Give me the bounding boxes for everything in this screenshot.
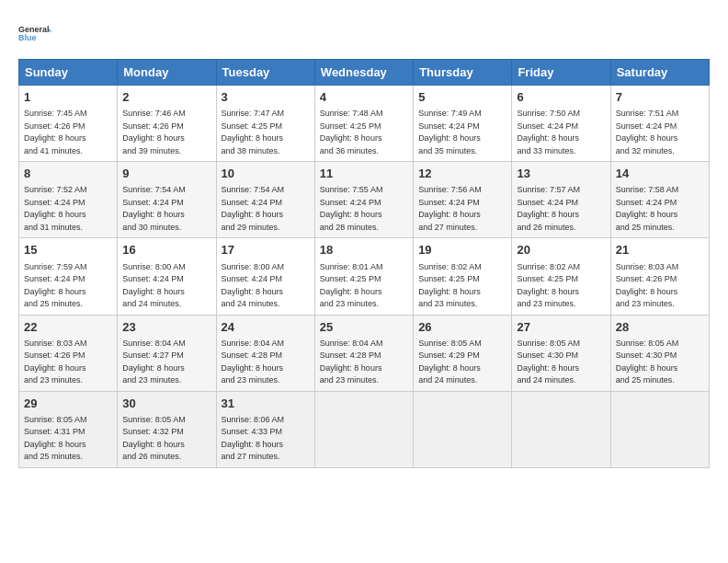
day-info: Sunrise: 7:54 AM Sunset: 4:24 PM Dayligh… [122, 184, 210, 234]
day-number: 8 [24, 166, 112, 182]
day-number: 4 [320, 89, 408, 106]
day-info: Sunrise: 7:56 AM Sunset: 4:24 PM Dayligh… [418, 184, 506, 234]
calendar-cell: 8Sunrise: 7:52 AM Sunset: 4:24 PM Daylig… [19, 162, 118, 238]
day-info: Sunrise: 7:45 AM Sunset: 4:26 PM Dayligh… [24, 108, 112, 157]
day-number: 2 [122, 89, 210, 106]
day-number: 15 [24, 242, 112, 259]
col-header-saturday: Saturday [610, 60, 709, 86]
day-number: 23 [122, 319, 210, 336]
day-number: 31 [222, 396, 310, 412]
week-row-5: 29Sunrise: 8:05 AM Sunset: 4:31 PM Dayli… [19, 391, 710, 467]
day-info: Sunrise: 7:48 AM Sunset: 4:25 PM Dayligh… [320, 108, 408, 157]
header: General Blue [18, 17, 710, 50]
day-number: 30 [122, 396, 210, 412]
week-row-2: 8Sunrise: 7:52 AM Sunset: 4:24 PM Daylig… [19, 162, 710, 238]
day-number: 27 [517, 319, 605, 336]
day-number: 16 [122, 242, 210, 259]
day-number: 22 [24, 319, 112, 336]
calendar-cell: 13Sunrise: 7:57 AM Sunset: 4:24 PM Dayli… [512, 162, 610, 238]
calendar-cell: 26Sunrise: 8:05 AM Sunset: 4:29 PM Dayli… [414, 315, 512, 391]
day-info: Sunrise: 8:04 AM Sunset: 4:28 PM Dayligh… [222, 338, 310, 387]
day-number: 13 [517, 166, 605, 182]
day-info: Sunrise: 7:49 AM Sunset: 4:24 PM Dayligh… [418, 108, 506, 157]
day-number: 28 [616, 319, 704, 336]
day-number: 1 [24, 89, 112, 106]
calendar-cell: 22Sunrise: 8:03 AM Sunset: 4:26 PM Dayli… [19, 315, 118, 391]
day-info: Sunrise: 8:03 AM Sunset: 4:26 PM Dayligh… [616, 261, 704, 311]
day-info: Sunrise: 7:52 AM Sunset: 4:24 PM Dayligh… [24, 184, 112, 234]
logo: General Blue [18, 17, 51, 50]
day-info: Sunrise: 8:02 AM Sunset: 4:25 PM Dayligh… [517, 261, 605, 311]
header-row: SundayMondayTuesdayWednesdayThursdayFrid… [19, 60, 710, 86]
calendar-cell: 28Sunrise: 8:05 AM Sunset: 4:30 PM Dayli… [610, 315, 709, 391]
day-info: Sunrise: 8:04 AM Sunset: 4:27 PM Dayligh… [122, 338, 210, 387]
day-number: 24 [222, 319, 310, 336]
day-number: 10 [222, 166, 310, 182]
day-info: Sunrise: 8:00 AM Sunset: 4:24 PM Dayligh… [122, 261, 210, 311]
svg-text:Blue: Blue [18, 33, 37, 42]
calendar-page: General Blue SundayMondayTuesdayWednesda… [0, 0, 728, 479]
day-info: Sunrise: 8:05 AM Sunset: 4:30 PM Dayligh… [517, 338, 605, 387]
calendar-cell: 29Sunrise: 8:05 AM Sunset: 4:31 PM Dayli… [19, 391, 118, 467]
day-number: 25 [320, 319, 408, 336]
day-info: Sunrise: 8:01 AM Sunset: 4:25 PM Dayligh… [320, 261, 408, 311]
calendar-cell: 17Sunrise: 8:00 AM Sunset: 4:24 PM Dayli… [216, 238, 314, 315]
day-info: Sunrise: 7:46 AM Sunset: 4:26 PM Dayligh… [122, 108, 210, 157]
day-info: Sunrise: 7:50 AM Sunset: 4:24 PM Dayligh… [517, 108, 605, 157]
day-info: Sunrise: 7:47 AM Sunset: 4:25 PM Dayligh… [222, 108, 310, 157]
day-number: 5 [418, 89, 506, 106]
calendar-cell: 23Sunrise: 8:04 AM Sunset: 4:27 PM Dayli… [118, 315, 216, 391]
day-number: 11 [320, 166, 408, 182]
col-header-tuesday: Tuesday [216, 60, 314, 86]
day-info: Sunrise: 7:58 AM Sunset: 4:24 PM Dayligh… [616, 184, 704, 234]
col-header-thursday: Thursday [414, 60, 512, 86]
day-number: 17 [222, 242, 310, 259]
calendar-cell: 1Sunrise: 7:45 AM Sunset: 4:26 PM Daylig… [19, 86, 118, 162]
day-number: 12 [418, 166, 506, 182]
day-info: Sunrise: 8:00 AM Sunset: 4:24 PM Dayligh… [222, 261, 310, 311]
week-row-3: 15Sunrise: 7:59 AM Sunset: 4:24 PM Dayli… [19, 238, 710, 315]
calendar-cell: 21Sunrise: 8:03 AM Sunset: 4:26 PM Dayli… [610, 238, 709, 315]
calendar-cell [414, 391, 512, 467]
calendar-cell: 9Sunrise: 7:54 AM Sunset: 4:24 PM Daylig… [118, 162, 216, 238]
day-number: 3 [222, 89, 310, 106]
calendar-cell: 15Sunrise: 7:59 AM Sunset: 4:24 PM Dayli… [19, 238, 118, 315]
col-header-sunday: Sunday [19, 60, 118, 86]
day-number: 6 [517, 89, 605, 106]
calendar-cell [610, 391, 709, 467]
col-header-friday: Friday [512, 60, 610, 86]
day-number: 14 [616, 166, 704, 182]
day-number: 26 [418, 319, 506, 336]
calendar-cell: 24Sunrise: 8:04 AM Sunset: 4:28 PM Dayli… [216, 315, 314, 391]
calendar-cell: 4Sunrise: 7:48 AM Sunset: 4:25 PM Daylig… [314, 86, 413, 162]
calendar-cell: 19Sunrise: 8:02 AM Sunset: 4:25 PM Dayli… [414, 238, 512, 315]
week-row-4: 22Sunrise: 8:03 AM Sunset: 4:26 PM Dayli… [19, 315, 710, 391]
day-number: 29 [24, 396, 112, 412]
col-header-wednesday: Wednesday [314, 60, 413, 86]
calendar-cell: 20Sunrise: 8:02 AM Sunset: 4:25 PM Dayli… [512, 238, 610, 315]
col-header-monday: Monday [118, 60, 216, 86]
calendar-table: SundayMondayTuesdayWednesdayThursdayFrid… [18, 59, 710, 468]
day-info: Sunrise: 8:02 AM Sunset: 4:25 PM Dayligh… [418, 261, 506, 311]
calendar-cell: 18Sunrise: 8:01 AM Sunset: 4:25 PM Dayli… [314, 238, 413, 315]
calendar-cell: 6Sunrise: 7:50 AM Sunset: 4:24 PM Daylig… [512, 86, 610, 162]
day-number: 7 [616, 89, 704, 106]
day-info: Sunrise: 8:04 AM Sunset: 4:28 PM Dayligh… [320, 338, 408, 387]
day-info: Sunrise: 7:51 AM Sunset: 4:24 PM Dayligh… [616, 108, 704, 157]
calendar-cell: 12Sunrise: 7:56 AM Sunset: 4:24 PM Dayli… [414, 162, 512, 238]
calendar-cell: 5Sunrise: 7:49 AM Sunset: 4:24 PM Daylig… [414, 86, 512, 162]
day-number: 18 [320, 242, 408, 259]
calendar-cell: 2Sunrise: 7:46 AM Sunset: 4:26 PM Daylig… [118, 86, 216, 162]
calendar-cell: 11Sunrise: 7:55 AM Sunset: 4:24 PM Dayli… [314, 162, 413, 238]
calendar-cell: 14Sunrise: 7:58 AM Sunset: 4:24 PM Dayli… [610, 162, 709, 238]
day-info: Sunrise: 8:05 AM Sunset: 4:30 PM Dayligh… [616, 338, 704, 387]
day-number: 21 [616, 242, 704, 259]
calendar-cell: 25Sunrise: 8:04 AM Sunset: 4:28 PM Dayli… [314, 315, 413, 391]
calendar-cell: 16Sunrise: 8:00 AM Sunset: 4:24 PM Dayli… [118, 238, 216, 315]
calendar-cell: 30Sunrise: 8:05 AM Sunset: 4:32 PM Dayli… [118, 391, 216, 467]
calendar-cell: 3Sunrise: 7:47 AM Sunset: 4:25 PM Daylig… [216, 86, 314, 162]
day-info: Sunrise: 8:06 AM Sunset: 4:33 PM Dayligh… [222, 414, 310, 464]
day-info: Sunrise: 7:57 AM Sunset: 4:24 PM Dayligh… [517, 184, 605, 234]
day-info: Sunrise: 7:54 AM Sunset: 4:24 PM Dayligh… [222, 184, 310, 234]
logo-svg: General Blue [18, 17, 51, 50]
